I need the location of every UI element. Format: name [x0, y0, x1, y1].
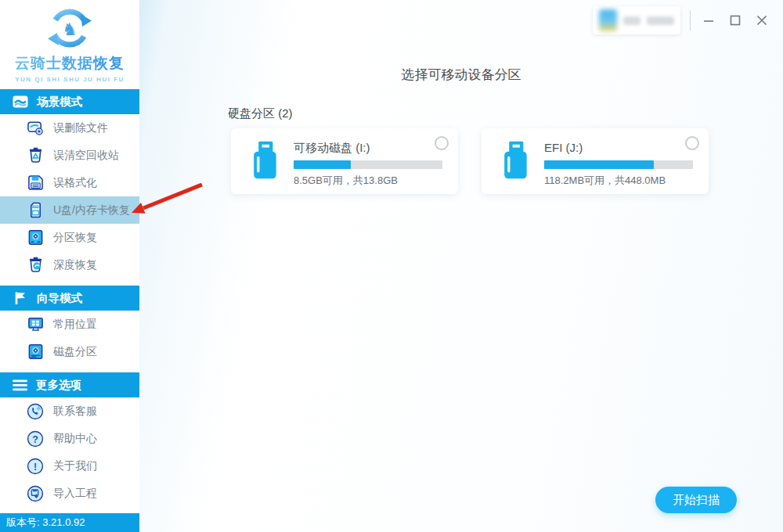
close-button[interactable]	[753, 11, 770, 30]
sidebar-item-label: 分区恢复	[53, 231, 97, 245]
app-logo: ♞ 云骑士数据恢复 YUN QI SHI SHU JU HUI FU	[0, 0, 139, 89]
usb-drive-icon	[500, 140, 530, 181]
drive-name: EFI (J:)	[544, 141, 583, 154]
drive-card-efi-j[interactable]: EFI (J:) 118.2MB可用，共448.0MB	[482, 128, 709, 194]
section-label: 向导模式	[37, 291, 82, 306]
about-icon: !	[27, 458, 44, 475]
sidebar-item-usb-sdcard-recovery[interactable]: 0010 U盘/内存卡恢复	[0, 196, 139, 224]
recycle-bin-icon	[27, 147, 44, 164]
sidebar-item-formatted[interactable]: 误格式化	[0, 169, 139, 196]
about-glyph: !	[34, 461, 37, 472]
help-icon: ?	[27, 430, 44, 448]
sidebar-item-label: 深度恢复	[53, 258, 97, 272]
version-label: 版本号: 3.21.0.92	[0, 513, 139, 532]
sidebar-item-import-project[interactable]: 导入工程	[0, 480, 139, 507]
monitor-icon	[27, 316, 44, 333]
section-header-wizard-mode: 向导模式	[0, 286, 139, 311]
logo-sync-icon: ♞	[45, 5, 95, 55]
sidebar-item-label: 导入工程	[53, 487, 97, 501]
drive-card-list: 可移动磁盘 (I:) 8.5GB可用，共13.8GB EFI (J:)	[231, 128, 709, 194]
disk-partition-icon	[27, 343, 44, 361]
file-delete-icon	[27, 120, 44, 137]
sidebar-item-label: 误清空回收站	[53, 149, 119, 163]
section-label: 场景模式	[37, 95, 82, 110]
sidebar-item-label: 磁盘分区	[53, 345, 97, 359]
sidebar-item-label: 常用位置	[53, 318, 97, 332]
drive-usage-bar	[294, 160, 442, 169]
import-project-icon	[27, 485, 44, 502]
user-badge-text-blur	[647, 16, 674, 25]
sidebar-item-help-center[interactable]: ? 帮助中心	[0, 425, 139, 452]
close-icon	[756, 15, 767, 26]
app-window: ♞ 云骑士数据恢复 YUN QI SHI SHU JU HUI FU 场景模式	[0, 0, 783, 532]
titlebar	[593, 0, 783, 41]
minimize-button[interactable]	[700, 11, 717, 30]
sidebar-item-label: U盘/内存卡恢复	[53, 203, 130, 217]
logo-subtitle: YUN QI SHI SHU JU HUI FU	[0, 76, 139, 83]
user-badge-icon	[599, 9, 617, 31]
user-badge-blurred[interactable]	[593, 6, 680, 34]
start-scan-button[interactable]: 开始扫描	[655, 487, 737, 513]
sidebar-item-partition-recovery[interactable]: 分区恢复	[0, 224, 139, 251]
drive-card-removable-disk-i[interactable]: 可移动磁盘 (I:) 8.5GB可用，共13.8GB	[231, 128, 458, 194]
drive-name: 可移动磁盘 (I:)	[294, 141, 370, 156]
drive-usage-fill	[294, 160, 351, 169]
phone-support-icon	[27, 403, 44, 420]
minimize-icon	[703, 15, 714, 26]
maximize-button[interactable]	[727, 11, 744, 30]
partition-group-label: 硬盘分区 (2)	[228, 106, 293, 121]
titlebar-divider	[690, 10, 691, 31]
sidebar-item-label: 误删除文件	[53, 121, 108, 135]
flag-icon	[13, 290, 28, 306]
hard-drive-icon	[27, 229, 44, 246]
main-content: 选择可移动设备分区 硬盘分区 (2) 可移动磁盘 (I:) 8.5GB可用，共1…	[139, 0, 783, 532]
sidebar: ♞ 云骑士数据恢复 YUN QI SHI SHU JU HUI FU 场景模式	[0, 0, 139, 532]
section-label: 更多选项	[36, 378, 81, 393]
sidebar-item-label: 联系客服	[53, 404, 97, 419]
section-header-more-options: 更多选项	[0, 372, 139, 397]
scene-mode-icon	[13, 95, 28, 109]
floppy-disk-icon	[27, 174, 44, 192]
drive-usage-fill	[544, 160, 654, 169]
sd-card-label: 0010	[33, 205, 38, 208]
sidebar-item-label: 误格式化	[53, 176, 97, 190]
drive-select-radio[interactable]	[435, 136, 449, 150]
help-glyph: ?	[32, 433, 38, 444]
sidebar-item-disk-partitions[interactable]: 磁盘分区	[0, 338, 139, 365]
sidebar-item-label: 关于我们	[53, 459, 97, 473]
drive-usage-bar	[544, 160, 693, 169]
sidebar-item-label: 帮助中心	[53, 432, 97, 446]
usb-drive-icon	[250, 140, 280, 181]
sidebar-item-recycle-bin[interactable]: 误清空回收站	[0, 142, 139, 169]
menu-icon	[13, 379, 27, 391]
logo-knight-glyph: ♞	[62, 20, 78, 39]
page-title: 选择可移动设备分区	[139, 66, 783, 84]
maximize-icon	[730, 15, 741, 26]
user-badge-text-blur	[623, 16, 641, 25]
deep-recovery-icon	[27, 257, 44, 274]
section-header-scene-mode: 场景模式	[0, 89, 139, 114]
drive-capacity: 8.5GB可用，共13.8GB	[294, 174, 398, 188]
sidebar-item-about-us[interactable]: ! 关于我们	[0, 452, 139, 480]
logo-title: 云骑士数据恢复	[0, 53, 139, 74]
sidebar-item-common-locations[interactable]: 常用位置	[0, 311, 139, 338]
sidebar-item-deleted-files[interactable]: 误删除文件	[0, 114, 139, 142]
sidebar-item-contact-support[interactable]: 联系客服	[0, 397, 139, 425]
sd-card-icon: 0010	[27, 202, 44, 219]
drive-capacity: 118.2MB可用，共448.0MB	[544, 174, 666, 188]
drive-select-radio[interactable]	[685, 136, 699, 150]
sidebar-item-deep-recovery[interactable]: 深度恢复	[0, 251, 139, 279]
